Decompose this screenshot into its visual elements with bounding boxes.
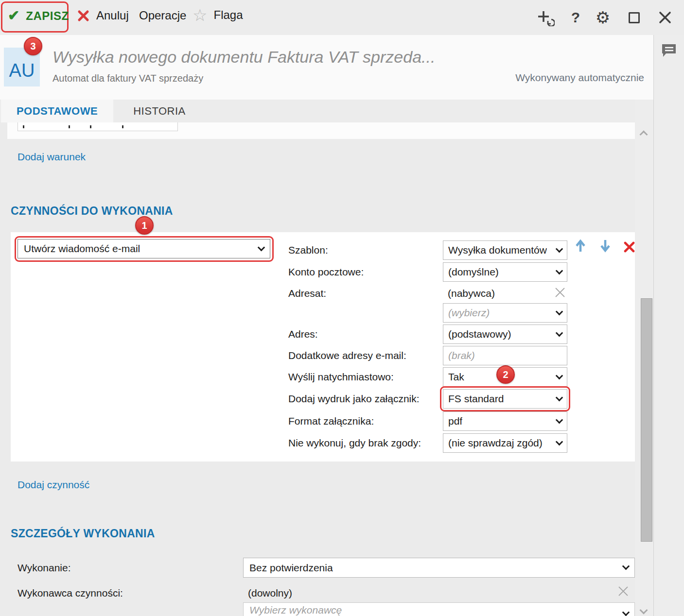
chevron-down-icon	[556, 438, 563, 445]
question-icon: ?	[571, 9, 580, 26]
clear-adresat-button[interactable]	[553, 286, 567, 299]
annotation-badge-1: 1	[135, 216, 154, 235]
check-icon: ✔	[8, 9, 19, 23]
clear-executor-button[interactable]	[616, 584, 630, 598]
executor-picker-placeholder: Wybierz wykonawcę	[249, 604, 342, 616]
action-row-panel: Utwórz wiadomość e-mail Szablon: Wysyłka…	[11, 232, 635, 462]
open-new-window-button[interactable]	[535, 7, 556, 28]
dodatkowe-adresy-placeholder: (brak)	[448, 350, 475, 361]
chevron-down-icon	[640, 606, 648, 615]
delete-action-button[interactable]	[623, 241, 635, 253]
konto-select[interactable]: (domyślne)	[443, 262, 567, 282]
dodatkowe-adresy-input[interactable]: (brak)	[443, 346, 567, 365]
adresat-picker-placeholder: (wybierz)	[448, 307, 490, 319]
field-label-szablon: Szablon:	[288, 244, 328, 256]
operations-button[interactable]: Operacje	[139, 9, 186, 22]
clear-x-icon	[553, 286, 567, 299]
tab-podstawowe[interactable]: PODSTAWOWE	[1, 100, 113, 122]
operations-button-label: Operacje	[139, 9, 186, 22]
scroll-down-button[interactable]	[641, 607, 647, 613]
cancel-button-label: Anuluj	[96, 9, 129, 22]
red-x-icon	[77, 9, 90, 22]
record-header: AU Wysyłka nowego dokumentu Faktura VAT …	[0, 35, 653, 100]
comments-panel-button[interactable]	[661, 43, 677, 60]
chevron-down-icon	[556, 372, 563, 379]
gear-icon: ⚙	[596, 8, 610, 27]
maximize-button[interactable]	[623, 7, 645, 28]
chevron-down-icon	[556, 267, 563, 274]
move-up-button[interactable]	[575, 239, 586, 253]
tab-bar: PODSTAWOWE HISTORIA	[0, 100, 653, 122]
settings-button[interactable]: ⚙	[592, 7, 614, 28]
field-label-adres: Adres:	[288, 328, 318, 340]
chevron-down-icon	[622, 563, 630, 570]
x-icon	[658, 10, 672, 25]
clipped-text-fragment	[122, 125, 123, 128]
automation-edit-window: ✔ ZAPISZ Anuluj Operacje ☆ Flaga ?	[0, 0, 684, 616]
actions-section-heading: CZYNNOŚCI DO WYKONANIA	[11, 205, 173, 218]
execution-select[interactable]: Bez potwierdzenia	[243, 558, 635, 578]
chevron-down-icon	[556, 394, 563, 401]
field-label-adresat: Adresat:	[288, 288, 326, 299]
toolbar: ✔ ZAPISZ Anuluj Operacje ☆ Flaga ?	[0, 0, 684, 35]
execution-value: Bez potwierdzenia	[249, 562, 333, 574]
square-icon	[629, 12, 640, 23]
cancel-button[interactable]: Anuluj	[77, 9, 129, 22]
adres-select[interactable]: (podstawowy)	[443, 325, 567, 344]
plus-window-icon	[536, 9, 555, 26]
clipped-control	[18, 122, 178, 131]
vertical-scrollbar[interactable]	[635, 100, 653, 616]
scroll-up-button[interactable]	[641, 132, 647, 137]
scrolled-content-strip	[7, 122, 635, 139]
scrollbar-thumb[interactable]	[641, 298, 652, 542]
annotation-badge-2: 2	[496, 365, 515, 384]
format-select[interactable]: pdf	[443, 411, 567, 431]
clear-x-icon	[616, 584, 630, 598]
executor-label: Wykonawca czynności:	[18, 587, 123, 599]
flag-button[interactable]: ☆ Flaga	[193, 7, 243, 23]
chevron-down-icon	[622, 609, 630, 616]
clipped-text-fragment	[23, 125, 24, 128]
wyslij-value: Tak	[448, 371, 464, 383]
adres-value: (podstawowy)	[448, 328, 511, 340]
chevron-up-icon	[640, 131, 648, 139]
szablon-value: Wysyłka dokumentów	[448, 244, 547, 256]
executor-value: (dowolny)	[248, 587, 292, 599]
tab-historia[interactable]: HISTORIA	[113, 100, 206, 122]
annotation-badge-3: 3	[24, 37, 42, 55]
status-text: Wykonywany automatycznie	[515, 72, 644, 84]
field-label-dodatkowe-adresy: Dodatkowe adresy e-mail:	[288, 350, 406, 361]
flag-button-label: Flaga	[213, 8, 243, 22]
executor-picker-select[interactable]: Wybierz wykonawcę	[243, 602, 635, 616]
adresat-picker-select[interactable]: (wybierz)	[443, 303, 567, 323]
field-label-format: Format załącznika:	[288, 415, 374, 427]
move-down-button[interactable]	[599, 239, 611, 253]
clipped-text-fragment	[90, 125, 91, 128]
page-subtitle: Automat dla faktury VAT sprzedaży	[53, 73, 203, 84]
clipped-text-fragment	[69, 125, 70, 128]
right-sidebar	[653, 35, 684, 616]
wydruk-select[interactable]: FS standard	[443, 389, 567, 409]
close-button[interactable]	[654, 7, 676, 28]
chevron-down-icon	[556, 329, 563, 337]
konto-value: (domyślne)	[448, 266, 499, 278]
field-label-zgody: Nie wykonuj, gdy brak zgody:	[288, 437, 421, 449]
szablon-select[interactable]: Wysyłka dokumentów	[443, 240, 567, 260]
zgody-select[interactable]: (nie sprawdzaj zgód)	[443, 433, 567, 453]
execution-label: Wykonanie:	[18, 562, 71, 574]
chevron-down-icon	[556, 308, 563, 315]
arrow-down-icon	[599, 239, 611, 253]
chevron-down-icon	[258, 243, 265, 251]
help-button[interactable]: ?	[565, 7, 586, 28]
add-action-link[interactable]: Dodaj czynność	[18, 479, 89, 491]
arrow-up-icon	[575, 239, 586, 253]
action-type-value: Utwórz wiadomość e-mail	[24, 243, 140, 255]
action-type-select[interactable]: Utwórz wiadomość e-mail	[18, 239, 270, 258]
field-label-wyslij: Wyślij natychmiastowo:	[288, 371, 394, 383]
field-label-konto: Konto pocztowe:	[288, 266, 364, 278]
save-button[interactable]: ✔ ZAPISZ	[8, 9, 69, 23]
chevron-down-icon	[556, 416, 563, 424]
save-button-label: ZAPISZ	[26, 9, 69, 23]
add-condition-link[interactable]: Dodaj warunek	[18, 151, 86, 163]
star-icon: ☆	[193, 7, 207, 23]
